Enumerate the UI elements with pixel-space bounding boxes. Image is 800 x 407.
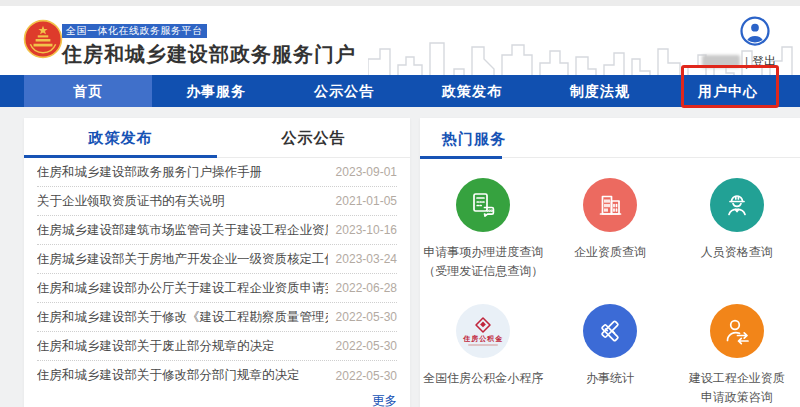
site-header: 全国一体化在线政务服务平台 住房和城乡建设部政务服务门户 | 登出 <box>0 6 800 75</box>
more-link[interactable]: 更多 <box>372 394 397 407</box>
news-date: 2022-05-30 <box>336 369 397 383</box>
calculator-chat-icon <box>456 178 510 232</box>
service-statistics[interactable]: 办事统计 <box>547 304 674 406</box>
news-title[interactable]: 住房和城乡建设部关于修改《建设工程勘察质量管理办法》的... <box>37 309 328 326</box>
news-row[interactable]: 住房和城乡建设部关于修改部分部门规章的决定 2022-05-30 <box>37 361 397 390</box>
tab-public-notice[interactable]: 公示公告 <box>217 118 410 158</box>
services-grid: 申请事项办理进度查询 （受理发证信息查询） 企业资质查询 <box>420 158 800 406</box>
user-area: | 登出 <box>702 16 776 70</box>
service-label: 办事统计 <box>586 369 634 388</box>
policy-tabs: 政策发布 公示公告 <box>24 118 410 158</box>
news-date: 2023-09-01 <box>336 165 397 179</box>
nav-item-policy[interactable]: 政策发布 <box>408 75 536 107</box>
news-row[interactable]: 住房和城乡建设部关于废止部分规章的决定 2022-05-30 <box>37 332 397 361</box>
hot-services-title: 热门服务 <box>420 118 800 158</box>
service-personnel-qualification[interactable]: 人员资格查询 <box>673 178 800 280</box>
news-title[interactable]: 住房和城乡建设部政务服务门户操作手册 <box>37 164 262 181</box>
news-date: 2022-06-28 <box>336 281 397 295</box>
nav-item-regulations[interactable]: 制度法规 <box>536 75 664 107</box>
policy-panel: 政策发布 公示公告 住房和城乡建设部政务服务门户操作手册 2023-09-01 … <box>24 118 410 407</box>
service-label: 建设工程企业资质 申请政策咨询 <box>689 369 785 406</box>
brand-block: 全国一体化在线政务服务平台 住房和城乡建设部政务服务门户 <box>62 20 356 68</box>
tab-policy-release[interactable]: 政策发布 <box>24 118 217 158</box>
housing-fund-logo-subtext-bar <box>468 344 498 346</box>
stats-tools-icon <box>583 304 637 358</box>
news-row[interactable]: 住房城乡建设部建筑市场监管司关于建设工程企业资质延续有... 2023-10-1… <box>37 216 397 245</box>
user-avatar-icon[interactable] <box>740 16 770 46</box>
service-progress-query[interactable]: 申请事项办理进度查询 （受理发证信息查询） <box>420 178 547 280</box>
service-label: 企业资质查询 <box>574 243 646 262</box>
national-emblem-logo <box>23 19 63 59</box>
news-date: 2022-05-30 <box>336 310 397 324</box>
logout-link[interactable]: 登出 <box>752 53 776 70</box>
nav-item-services[interactable]: 办事服务 <box>152 75 280 107</box>
worker-helmet-icon <box>710 178 764 232</box>
service-enterprise-qualification[interactable]: 企业资质查询 <box>547 178 674 280</box>
service-qualification-policy-consult[interactable]: 建设工程企业资质 申请政策咨询 <box>673 304 800 406</box>
service-label: 申请事项办理进度查询 （受理发证信息查询） <box>423 243 543 280</box>
news-title[interactable]: 关于企业领取资质证书的有关说明 <box>37 193 225 210</box>
service-label: 全国住房公积金小程序 <box>423 369 543 388</box>
platform-badge: 全国一体化在线政务服务平台 <box>62 24 207 38</box>
service-label: 人员资格查询 <box>701 243 773 262</box>
nav-item-user-center[interactable]: 用户中心 <box>664 75 792 107</box>
news-row[interactable]: 住房城乡建设部关于房地产开发企业一级资质核定工作的补充... 2023-03-2… <box>37 245 397 274</box>
person-transfer-icon <box>710 304 764 358</box>
news-list: 住房和城乡建设部政务服务门户操作手册 2023-09-01 关于企业领取资质证书… <box>24 158 410 390</box>
news-title[interactable]: 住房和城乡建设部办公厅关于建设工程企业资质申请实行无纸... <box>37 280 328 297</box>
nav-item-home[interactable]: 首页 <box>24 75 152 107</box>
news-row[interactable]: 住房和城乡建设部关于修改《建设工程勘察质量管理办法》的... 2022-05-3… <box>37 303 397 332</box>
news-date: 2022-05-30 <box>336 339 397 353</box>
hot-services-panel: 热门服务 申请事项办理进度查询 （受理发证信息查询） <box>420 118 800 407</box>
housing-fund-logo: 住房公积金 <box>456 304 510 358</box>
housing-fund-logo-text: 住房公积金 <box>463 335 503 342</box>
news-title[interactable]: 住房城乡建设部建筑市场监管司关于建设工程企业资质延续有... <box>37 222 328 239</box>
news-title[interactable]: 住房和城乡建设部关于废止部分规章的决定 <box>37 338 275 355</box>
news-row[interactable]: 住房和城乡建设部办公厅关于建设工程企业资质申请实行无纸... 2022-06-2… <box>37 274 397 303</box>
news-date: 2021-01-05 <box>336 194 397 208</box>
user-separator: | <box>745 55 748 69</box>
main-nav: 首页 办事服务 公示公告 政策发布 制度法规 用户中心 <box>0 75 800 107</box>
news-title[interactable]: 住房和城乡建设部关于修改部分部门规章的决定 <box>37 367 300 384</box>
news-row[interactable]: 关于企业领取资质证书的有关说明 2021-01-05 <box>37 187 397 216</box>
more-row: 更多 <box>24 390 410 407</box>
news-row[interactable]: 住房和城乡建设部政务服务门户操作手册 2023-09-01 <box>37 158 397 187</box>
news-date: 2023-03-24 <box>336 252 397 266</box>
site-title: 住房和城乡建设部政务服务门户 <box>62 41 356 68</box>
nav-item-announcements[interactable]: 公示公告 <box>280 75 408 107</box>
news-title[interactable]: 住房城乡建设部关于房地产开发企业一级资质核定工作的补充... <box>37 251 328 268</box>
building-icon <box>583 178 637 232</box>
username-redacted <box>702 55 740 68</box>
news-date: 2023-10-16 <box>336 223 397 237</box>
service-housing-fund-miniapp[interactable]: 住房公积金 全国住房公积金小程序 <box>420 304 547 406</box>
